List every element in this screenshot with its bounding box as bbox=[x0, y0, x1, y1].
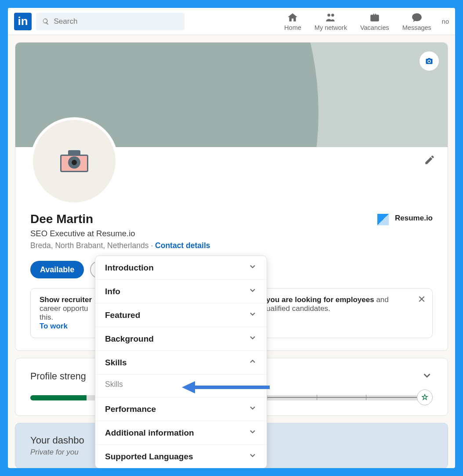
dropdown-item-languages[interactable]: Supported Languages bbox=[95, 445, 267, 468]
company-logo bbox=[377, 214, 389, 225]
add-part-dropdown: Introduction Info Featured Background Sk… bbox=[95, 256, 267, 468]
search-input[interactable] bbox=[54, 17, 178, 26]
nav-messages-label: Messages bbox=[402, 24, 431, 31]
strength-stop-star bbox=[417, 389, 433, 405]
briefcase-icon bbox=[369, 12, 380, 23]
linkedin-logo[interactable]: in bbox=[14, 13, 32, 30]
company-name: Resume.io bbox=[395, 214, 433, 223]
search-icon bbox=[42, 18, 49, 25]
chevron-down-icon bbox=[421, 370, 433, 381]
chevron-down-icon bbox=[248, 286, 257, 297]
home-icon bbox=[287, 12, 298, 23]
chevron-up-icon bbox=[248, 357, 257, 368]
dropdown-item-performance[interactable]: Performance bbox=[95, 397, 267, 421]
nav-jobs[interactable]: Vacancies bbox=[360, 12, 389, 31]
nav-network[interactable]: My network bbox=[315, 12, 347, 31]
svg-marker-3 bbox=[182, 381, 195, 393]
search-box[interactable] bbox=[36, 13, 184, 30]
dropdown-item-background[interactable]: Background bbox=[95, 327, 267, 351]
profile-strength-title: Profile streng bbox=[30, 371, 86, 382]
svg-point-0 bbox=[327, 14, 330, 16]
chat-icon bbox=[411, 12, 423, 23]
chevron-down-icon bbox=[248, 404, 257, 415]
nav-jobs-label: Vacancies bbox=[360, 24, 389, 31]
avatar[interactable] bbox=[30, 117, 118, 205]
camera-icon bbox=[425, 57, 434, 65]
profile-headline: SEO Executive at Resume.io bbox=[30, 229, 210, 238]
annotation-arrow bbox=[182, 379, 270, 398]
contact-details-link[interactable]: Contact details bbox=[155, 241, 210, 250]
current-company[interactable]: Resume.io bbox=[377, 214, 433, 250]
nav-home[interactable]: Home bbox=[284, 12, 301, 31]
dropdown-item-info[interactable]: Info bbox=[95, 280, 267, 303]
svg-point-1 bbox=[331, 14, 334, 16]
people-icon bbox=[325, 12, 336, 23]
star-icon bbox=[421, 394, 428, 401]
available-button[interactable]: Available bbox=[30, 261, 84, 278]
nav-truncated: no bbox=[442, 18, 449, 25]
dropdown-item-featured[interactable]: Featured bbox=[95, 303, 267, 327]
promo-title: Show recruiter bbox=[40, 296, 92, 304]
edit-profile-button[interactable] bbox=[424, 154, 435, 167]
profile-name: Dee Martin bbox=[30, 212, 210, 226]
dropdown-item-additional[interactable]: Additional information bbox=[95, 421, 267, 445]
close-icon[interactable] bbox=[417, 295, 426, 306]
nav-messages[interactable]: Messages bbox=[402, 12, 431, 31]
promo-link-left[interactable]: To work bbox=[40, 322, 68, 330]
pencil-icon bbox=[424, 154, 435, 166]
profile-location: Breda, North Brabant, Netherlands bbox=[30, 241, 148, 250]
nav-home-label: Home bbox=[284, 24, 301, 31]
dropdown-item-skills[interactable]: Skills bbox=[95, 351, 267, 375]
chevron-down-icon bbox=[248, 451, 257, 462]
dropdown-item-introduction[interactable]: Introduction bbox=[95, 256, 267, 280]
nav-network-label: My network bbox=[315, 24, 347, 31]
chevron-down-icon bbox=[248, 427, 257, 438]
chevron-down-icon bbox=[248, 310, 257, 321]
top-navbar: in Home My network Vacancies Messages bbox=[8, 8, 455, 35]
chevron-down-icon bbox=[248, 262, 257, 273]
chevron-down-icon bbox=[248, 333, 257, 344]
camera-icon bbox=[60, 150, 88, 172]
collapse-button[interactable] bbox=[421, 370, 433, 383]
edit-cover-button[interactable] bbox=[420, 51, 439, 71]
